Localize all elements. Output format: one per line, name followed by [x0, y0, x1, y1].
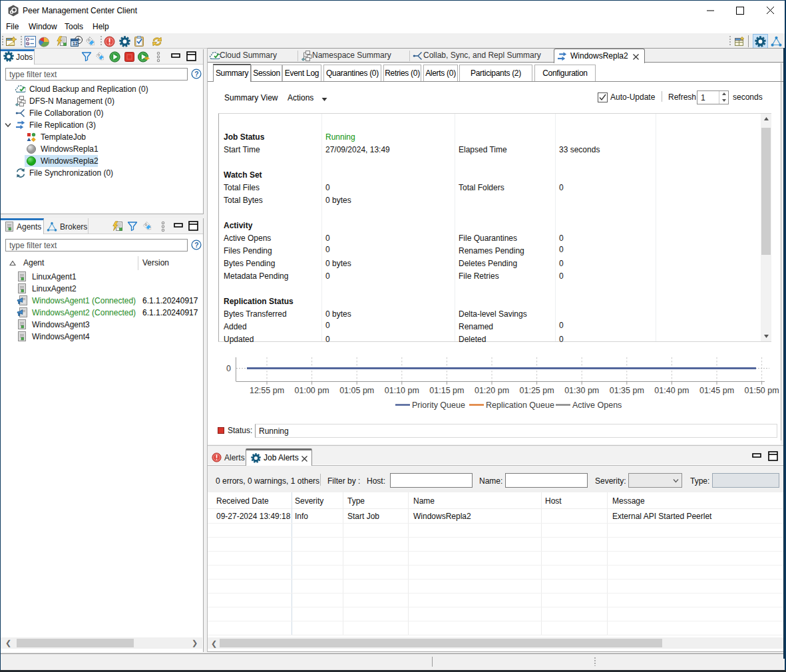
svg-text:01:15 pm: 01:15 pm: [429, 386, 464, 395]
svg-text:01:30 pm: 01:30 pm: [564, 386, 599, 395]
svg-text:01:50 pm: 01:50 pm: [745, 386, 779, 395]
svg-text:01:00 pm: 01:00 pm: [295, 386, 329, 395]
svg-text:12: 12: [73, 41, 78, 46]
svg-text:?: ?: [194, 242, 198, 249]
svg-text:01:35 pm: 01:35 pm: [610, 386, 644, 395]
svg-text:01:45 pm: 01:45 pm: [699, 386, 734, 395]
svg-text:01:05 pm: 01:05 pm: [339, 386, 374, 395]
svg-text:0: 0: [226, 364, 231, 373]
svg-text:Active Opens: Active Opens: [572, 401, 622, 410]
svg-text:Replication Queue: Replication Queue: [486, 401, 554, 410]
svg-text:Priority Queue: Priority Queue: [412, 401, 465, 410]
svg-text:01:25 pm: 01:25 pm: [520, 386, 554, 395]
svg-text:?: ?: [194, 71, 198, 78]
svg-text:01:10 pm: 01:10 pm: [385, 386, 419, 395]
svg-text:01:20 pm: 01:20 pm: [475, 386, 509, 395]
svg-text:01:40 pm: 01:40 pm: [654, 386, 689, 395]
svg-text:12:55 pm: 12:55 pm: [250, 386, 284, 395]
